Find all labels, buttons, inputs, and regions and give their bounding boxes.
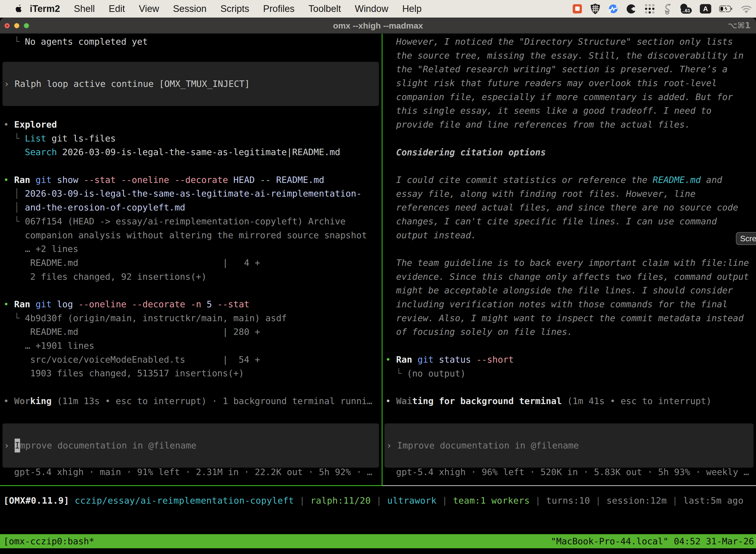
terminal-row: │ and-the-erosion-of-copyleft.md <box>3 201 372 214</box>
terminal-row: README.md | 4 + <box>3 256 372 270</box>
terminal-row: output instead. <box>385 228 749 242</box>
screen-pill-label: Scre <box>740 234 756 243</box>
terminal-content[interactable]: └ No agents completed yet › Ralph loop a… <box>0 34 756 554</box>
window-title-bar[interactable]: omx --xhigh --madmax ⌥⌘1 <box>0 18 756 34</box>
terminal-row: └ (no output) <box>385 367 749 381</box>
terminal-row: • Ran git log --oneline --decorate -n 5 … <box>3 297 372 311</box>
terminal-row: [OMX#0.11.9] cczip/essay/ai-reimplementa… <box>3 494 744 508</box>
dragon-icon[interactable] <box>663 3 672 15</box>
terminal-row: README.md | 280 + <box>3 325 372 339</box>
terminal-row: including verification notes with those … <box>385 297 749 311</box>
menu-item-window[interactable]: Window <box>348 3 395 14</box>
terminal-row <box>385 339 749 353</box>
terminal-row: references need actual files, and since … <box>385 201 749 214</box>
terminal-row: of focusing solely on file lines. <box>385 325 749 339</box>
terminal-row: provide file and line references from th… <box>385 118 749 131</box>
svg-text:A: A <box>703 5 708 13</box>
terminal-row: … +1901 lines <box>3 339 372 353</box>
terminal-row: evidence. Since this change only affects… <box>385 270 749 284</box>
terminal-row: • Waiting for background terminal (1m 41… <box>385 394 749 408</box>
terminal-row: 2 files changed, 92 insertions(+) <box>3 270 372 284</box>
activity-monitor-icon[interactable] <box>608 4 618 14</box>
menu-item-view[interactable]: View <box>132 3 166 14</box>
dots-grid-icon[interactable] <box>644 3 655 14</box>
terminal-row: │ 2026-03-09-is-legal-the-same-as-legiti… <box>3 187 372 201</box>
window-shortcut-badge: ⌥⌘1 <box>728 18 751 33</box>
terminal-row: the source tree, missing the essay. Stil… <box>385 49 749 63</box>
inject-prompt: › <box>4 77 15 91</box>
tmux-status-bar: [omx-cczip0:bash* "MacBook-Pro-44.local"… <box>0 534 756 548</box>
composer-prompt: › <box>386 439 397 452</box>
injected-message-box: › Ralph loop active continue [OMX_TMUX_I… <box>2 62 379 106</box>
terminal-row: • Ran git show --stat --oneline --decora… <box>3 173 372 187</box>
terminal-row <box>3 283 372 297</box>
terminal-row: 1903 files changed, 513517 insertions(+) <box>3 366 372 380</box>
wifi-icon[interactable] <box>741 5 752 13</box>
macos-desktop: {"menu_bar":{"items":[{"label":"iTerm2",… <box>0 0 756 554</box>
session-status-left: gpt-5.4 xhigh · main · 91% left · 2.31M … <box>3 465 372 479</box>
menu-item-toolbelt[interactable]: Toolbelt <box>302 3 348 14</box>
terminal-row <box>385 380 749 394</box>
terminal-row: └ 4b9d30f (origin/main, instructkr/main,… <box>3 311 372 325</box>
screen-share-overlay-button[interactable]: Scre <box>736 232 756 245</box>
menu-item-help[interactable]: Help <box>395 3 429 14</box>
composer-placeholder: mprove documentation in @filename <box>20 439 196 452</box>
terminal-row: └ No agents completed yet <box>3 35 148 49</box>
iterm2-window: omx --xhigh --madmax ⌥⌘1 └ No agents com… <box>0 18 756 554</box>
terminal-row: • Ran git status --short <box>385 353 749 367</box>
window-title: omx --xhigh --madmax <box>0 18 756 33</box>
menu-item-edit[interactable]: Edit <box>102 3 132 14</box>
terminal-row: companion analysis without altering the … <box>3 228 372 242</box>
terminal-row: changes, I can't cite specific file line… <box>385 214 749 228</box>
terminal-row: • Working (11m 13s • esc to interrupt) ·… <box>3 394 372 408</box>
left-pane-transcript-top: └ No agents completed yet <box>3 35 148 49</box>
terminal-row: the "Related research writing" section i… <box>385 62 749 76</box>
menu-item-session[interactable]: Session <box>166 3 213 14</box>
svg-text:..61: ..61 <box>682 8 690 13</box>
terminal-row: this single essay, it seems like a good … <box>385 104 749 118</box>
pane-border-bottom-inactive <box>382 485 756 486</box>
terminal-row <box>385 159 749 173</box>
terminal-row: review. Also, I might want to inspect th… <box>385 311 749 325</box>
terminal-row <box>385 131 749 146</box>
chat-app-icon[interactable] <box>572 4 582 14</box>
right-pane-transcript: However, I noticed the "Directory Struct… <box>385 35 749 408</box>
composer-input-right[interactable]: › Improve documentation in @filename <box>384 424 754 467</box>
omx-status-line: [OMX#0.11.9] cczip/essay/ai-reimplementa… <box>3 494 744 508</box>
battery-charging-icon[interactable] <box>719 5 733 12</box>
inject-text: Ralph loop active continue [OMX_TMUX_INJ… <box>15 77 250 91</box>
terminal-row: The team guideline is to back every impo… <box>385 256 749 270</box>
tmux-session-name: [omx-cczip0:bash* <box>3 534 94 548</box>
dark-mode-icon[interactable] <box>626 4 636 14</box>
composer-input-left[interactable]: › Improve documentation in @filename <box>2 424 379 467</box>
terminal-row <box>3 159 372 173</box>
cloud-badge-icon[interactable]: ..61 <box>680 3 692 14</box>
terminal-row: I could cite commit statistics or refere… <box>385 173 749 187</box>
composer-placeholder: Improve documentation in @filename <box>397 439 579 452</box>
menu-item-shell[interactable]: Shell <box>67 3 102 14</box>
terminal-row: companion file, especially if more comme… <box>385 90 749 104</box>
menu-item-profiles[interactable]: Profiles <box>256 3 302 14</box>
tmux-host-clock: "MacBook-Pro-44.local" 04:52 31-Mar-26 <box>551 534 754 548</box>
macos-menu-bar: iTerm2ShellEditViewSessionScriptsProfile… <box>0 0 756 18</box>
terminal-row: … +2 lines <box>3 242 372 256</box>
session-status-right: gpt-5.4 xhigh · 96% left · 520K in · 5.8… <box>385 465 749 479</box>
shield-grid-icon[interactable] <box>590 3 601 14</box>
menu-item-iterm2[interactable]: iTerm2 <box>23 3 67 14</box>
menu-items: iTerm2ShellEditViewSessionScriptsProfile… <box>0 3 429 14</box>
keyboard-layout-icon[interactable]: A <box>700 4 711 14</box>
terminal-row: Search 2026-03-09-is-legal-the-same-as-l… <box>3 145 372 159</box>
terminal-row: However, I noticed the "Directory Struct… <box>385 35 749 49</box>
menu-item-scripts[interactable]: Scripts <box>213 3 256 14</box>
text-cursor: I <box>15 439 20 452</box>
menu-bar-status-tray: ..61 A <box>572 0 752 18</box>
terminal-row: • Explored <box>3 118 372 131</box>
left-pane-transcript: • Explored └ List git ls-files Search 20… <box>3 118 372 408</box>
apple-icon[interactable] <box>15 4 23 13</box>
terminal-row: essay file, along with finding root file… <box>385 187 749 201</box>
terminal-row: src/voice/voiceModeEnabled.ts | 54 + <box>3 353 372 367</box>
pane-divider[interactable] <box>382 34 382 486</box>
pane-border-bottom-active <box>0 485 382 486</box>
terminal-row <box>385 242 749 256</box>
terminal-row: slight risk that future readers may over… <box>385 76 749 90</box>
